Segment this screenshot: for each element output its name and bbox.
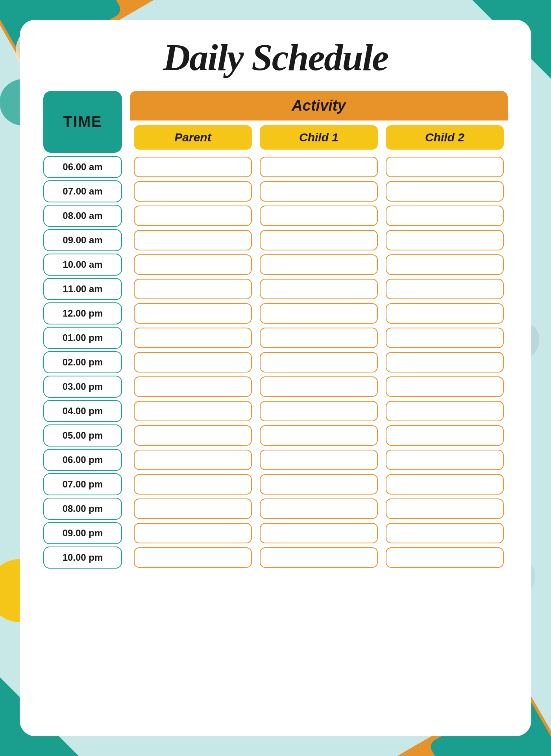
data-row: 08.00 pm [43, 498, 508, 520]
activity-input-row6-col1[interactable] [260, 303, 378, 324]
data-row: 09.00 am [43, 229, 508, 251]
activity-input-row15-col1[interactable] [260, 523, 378, 543]
time-cell-4: 10.00 am [43, 254, 122, 276]
activity-input-row14-col2[interactable] [386, 498, 504, 519]
activity-input-row2-col0[interactable] [134, 206, 252, 226]
child2-label: Child 2 [425, 131, 464, 144]
time-cell-8: 02.00 pm [43, 351, 122, 373]
activity-input-row4-col0[interactable] [134, 254, 252, 275]
activity-cells-6 [130, 303, 508, 324]
activity-input-row2-col2[interactable] [386, 206, 504, 226]
activity-input-row12-col1[interactable] [260, 450, 378, 470]
time-value-10: 04.00 pm [63, 406, 103, 416]
activity-input-row8-col2[interactable] [386, 352, 504, 372]
activity-input-row5-col1[interactable] [260, 279, 378, 299]
activity-input-row11-col0[interactable] [134, 425, 252, 446]
activity-input-row12-col2[interactable] [386, 450, 504, 470]
time-value-7: 01.00 pm [63, 332, 103, 343]
time-value-11: 05.00 pm [63, 430, 103, 441]
data-row: 08.00 am [43, 205, 508, 227]
activity-input-row9-col2[interactable] [386, 376, 504, 397]
activity-input-row5-col2[interactable] [386, 279, 504, 299]
activity-input-row6-col2[interactable] [386, 303, 504, 324]
activity-cells-12 [130, 450, 508, 470]
activity-cells-5 [130, 279, 508, 299]
time-value-14: 08.00 pm [63, 503, 103, 514]
activity-input-row10-col0[interactable] [134, 401, 252, 421]
data-row: 12.00 pm [43, 302, 508, 324]
time-value-16: 10.00 pm [63, 552, 103, 563]
time-value-5: 11.00 am [63, 284, 102, 294]
activity-input-row4-col1[interactable] [260, 254, 378, 275]
activity-input-row14-col0[interactable] [134, 498, 252, 519]
activity-input-row15-col0[interactable] [134, 523, 252, 543]
activity-input-row4-col2[interactable] [386, 254, 504, 275]
time-value-6: 12.00 pm [63, 308, 103, 319]
time-cell-0: 06.00 am [43, 156, 122, 178]
time-value-4: 10.00 am [63, 259, 102, 270]
activity-input-row5-col0[interactable] [134, 279, 252, 299]
time-cell-5: 11.00 am [43, 278, 122, 300]
activity-cells-7 [130, 328, 508, 348]
time-header-label: TIME [63, 113, 102, 130]
data-row: 03.00 pm [43, 376, 508, 398]
activity-input-row13-col1[interactable] [260, 474, 378, 495]
activity-input-row3-col0[interactable] [134, 230, 252, 250]
activity-input-row0-col0[interactable] [134, 157, 252, 177]
time-value-1: 07.00 am [63, 186, 102, 196]
activity-cells-15 [130, 523, 508, 543]
activity-input-row1-col2[interactable] [386, 181, 504, 202]
activity-input-row16-col1[interactable] [260, 547, 378, 568]
activity-input-row8-col1[interactable] [260, 352, 378, 372]
data-row: 10.00 pm [43, 547, 508, 569]
data-row: 01.00 pm [43, 327, 508, 349]
activity-input-row16-col0[interactable] [134, 547, 252, 568]
data-row: 09.00 pm [43, 522, 508, 544]
activity-input-row9-col1[interactable] [260, 376, 378, 397]
activity-input-row7-col1[interactable] [260, 328, 378, 348]
activity-cells-2 [130, 206, 508, 226]
time-cell-12: 06.00 pm [43, 449, 122, 471]
activity-input-row7-col2[interactable] [386, 328, 504, 348]
activity-input-row8-col0[interactable] [134, 352, 252, 372]
activity-input-row16-col2[interactable] [386, 547, 504, 568]
time-value-0: 06.00 am [63, 161, 102, 172]
activity-input-row12-col0[interactable] [134, 450, 252, 470]
time-cell-16: 10.00 pm [43, 547, 122, 569]
time-cell-9: 03.00 pm [43, 376, 122, 398]
activity-cells-11 [130, 425, 508, 446]
activity-input-row14-col1[interactable] [260, 498, 378, 519]
activity-input-row0-col2[interactable] [386, 157, 504, 177]
main-card: Daily Schedule TIME Activity Parent Chil… [20, 20, 531, 736]
activity-input-row2-col1[interactable] [260, 206, 378, 226]
activity-input-row7-col0[interactable] [134, 328, 252, 348]
data-row: 06.00 am [43, 156, 508, 178]
activity-input-row1-col1[interactable] [260, 181, 378, 202]
time-value-12: 06.00 pm [63, 454, 103, 465]
activity-input-row6-col0[interactable] [134, 303, 252, 324]
activity-input-row0-col1[interactable] [260, 157, 378, 177]
activity-input-row1-col0[interactable] [134, 181, 252, 202]
activity-input-row11-col2[interactable] [386, 425, 504, 446]
activity-input-row15-col2[interactable] [386, 523, 504, 543]
child1-label: Child 1 [299, 131, 338, 144]
data-row: 06.00 pm [43, 449, 508, 471]
data-row: 05.00 pm [43, 424, 508, 447]
activity-input-row10-col2[interactable] [386, 401, 504, 421]
activity-input-row10-col1[interactable] [260, 401, 378, 421]
data-rows: 06.00 am07.00 am08.00 am09.00 am10.00 am… [43, 156, 508, 569]
activity-input-row3-col2[interactable] [386, 230, 504, 250]
activity-input-row13-col2[interactable] [386, 474, 504, 495]
time-value-8: 02.00 pm [63, 357, 103, 367]
activity-input-row11-col1[interactable] [260, 425, 378, 446]
data-row: 07.00 am [43, 180, 508, 202]
sub-headers: Parent Child 1 Child 2 [130, 120, 508, 153]
activity-input-row3-col1[interactable] [260, 230, 378, 250]
data-row: 10.00 am [43, 254, 508, 276]
activity-cells-0 [130, 157, 508, 177]
time-value-15: 09.00 pm [63, 528, 103, 538]
activity-input-row9-col0[interactable] [134, 376, 252, 397]
activity-input-row13-col0[interactable] [134, 474, 252, 495]
activity-cells-14 [130, 498, 508, 519]
time-cell-14: 08.00 pm [43, 498, 122, 520]
